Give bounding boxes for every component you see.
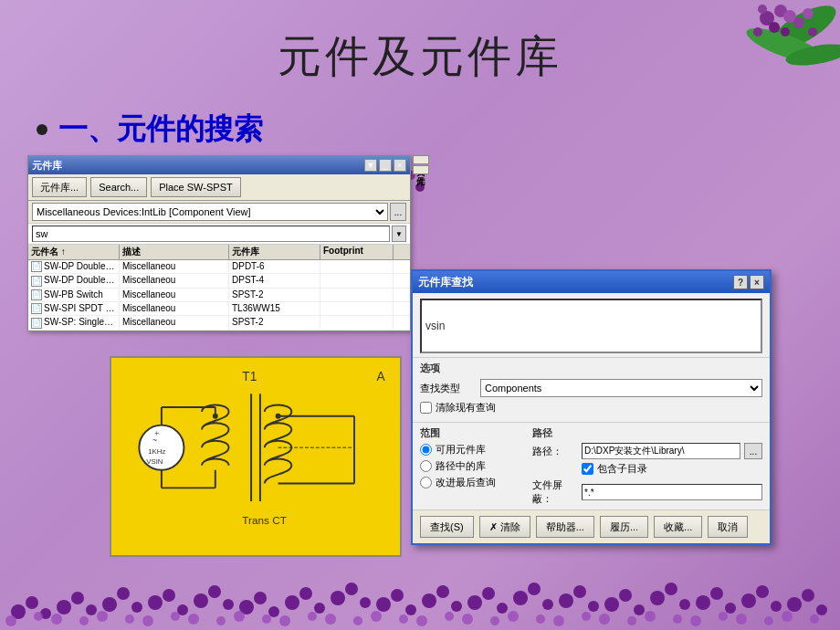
- col-name: 元件名 ↑: [28, 245, 120, 259]
- svg-point-19: [102, 597, 117, 612]
- cell-lib: SPST-2: [229, 316, 320, 329]
- cell-desc: Miscellaneou: [120, 302, 229, 315]
- svg-point-32: [299, 587, 312, 600]
- search-arrow-btn[interactable]: ▼: [392, 226, 406, 242]
- component-search-input[interactable]: [32, 226, 390, 242]
- dialog-scope: 范围 可用元件库 路径中的库 改进最后查询 路径 路径： ...: [413, 422, 770, 509]
- cell-lib: SPST-2: [229, 289, 320, 301]
- svg-point-98: [719, 612, 728, 621]
- dialog-options: 选项 查找类型 Components 清除现有查询: [413, 357, 770, 422]
- panel-pin-btn[interactable]: ▼: [364, 159, 377, 172]
- svg-point-40: [422, 593, 436, 608]
- table-row[interactable]: 📄SW-DP Double-Pole, Single-Throv Miscell…: [28, 274, 410, 288]
- search-row: ▼: [28, 224, 410, 245]
- svg-text:A: A: [377, 370, 386, 383]
- col-desc: 描述: [120, 245, 229, 259]
- svg-point-11: [758, 5, 767, 14]
- lib-dots-btn[interactable]: ...: [390, 203, 406, 221]
- svg-point-97: [690, 615, 701, 626]
- svg-point-95: [645, 611, 656, 622]
- svg-point-81: [325, 614, 336, 625]
- radio-available-input[interactable]: [420, 444, 432, 456]
- svg-point-33: [314, 603, 325, 614]
- svg-point-22: [148, 595, 163, 610]
- cell-fp: [320, 316, 394, 329]
- svg-point-66: [816, 604, 827, 615]
- dialog-search-input[interactable]: [420, 299, 762, 353]
- svg-point-56: [665, 583, 677, 595]
- radio-available: 可用元件库: [420, 443, 496, 457]
- svg-point-93: [599, 614, 610, 625]
- cell-fp: [320, 289, 394, 301]
- svg-point-122: [213, 414, 218, 419]
- component-table: 📄SW-DP Double-Pole, Double-Thro Miscella…: [28, 260, 410, 331]
- scope-column: 范围 可用元件库 路径中的库 改进最后查询: [420, 426, 496, 506]
- panel-close-btn[interactable]: ×: [394, 159, 406, 172]
- dialog-titlebar: 元件库查找 ? ×: [413, 271, 770, 293]
- radio-path-input[interactable]: [420, 460, 432, 472]
- svg-point-42: [451, 601, 462, 612]
- path-browse-btn[interactable]: ...: [744, 443, 762, 459]
- cell-lib: DPST-4: [229, 274, 320, 287]
- radio-available-label: 可用元件库: [436, 443, 486, 457]
- file-mask-label: 文件屏蔽：: [532, 478, 578, 506]
- svg-point-65: [802, 589, 814, 602]
- comp-lib-panel: 元件库 ▼ _ × 元件库... Search... Place SW-SPST…: [27, 155, 411, 331]
- table-row[interactable]: 📄SW-DP Double-Pole, Double-Thro Miscella…: [28, 260, 410, 274]
- bullet-text: 一、元件的搜索: [58, 110, 263, 150]
- dialog-search-area: [413, 293, 770, 357]
- dialog-title-controls: ? ×: [733, 275, 764, 289]
- svg-point-51: [588, 601, 599, 612]
- svg-point-75: [188, 614, 199, 625]
- clear-checkbox[interactable]: [420, 402, 432, 414]
- favorites-button[interactable]: 收藏...: [654, 516, 702, 538]
- path-title: 路径: [532, 426, 762, 440]
- svg-point-44: [482, 587, 495, 600]
- path-input[interactable]: [582, 443, 740, 459]
- svg-text:VSIN: VSIN: [146, 457, 163, 466]
- svg-point-25: [194, 593, 208, 608]
- path-label: 路径：: [532, 445, 578, 458]
- table-row[interactable]: 📄SW-SP: Single-Pole, Single-Throw Miscel…: [28, 316, 410, 330]
- place-button[interactable]: Place SW-SPST: [151, 177, 241, 197]
- cell-name: 📄SW-SPI SPDT Subminiature Toggl: [28, 302, 120, 315]
- svg-point-67: [5, 615, 16, 626]
- dialog-help-btn[interactable]: ?: [733, 275, 748, 289]
- side-buttons: 归类 元件库: [413, 155, 429, 174]
- search-button[interactable]: Search...: [90, 177, 147, 197]
- query-type-dropdown[interactable]: Components: [480, 379, 762, 397]
- history-button[interactable]: 履历...: [600, 516, 648, 538]
- svg-point-72: [125, 614, 134, 624]
- svg-point-78: [262, 614, 271, 624]
- svg-point-94: [627, 616, 636, 625]
- path-column: 路径 路径： ... 包含子目录 文件屏蔽：: [532, 426, 762, 506]
- svg-point-27: [223, 599, 234, 610]
- col-fp: Footprint: [320, 245, 394, 259]
- cancel-button[interactable]: 取消: [708, 516, 748, 538]
- page-title: 元件及元件库: [0, 27, 840, 86]
- table-row[interactable]: 📄SW-PB Switch Miscellaneou SPST-2: [28, 289, 410, 302]
- side-btn-guilei[interactable]: 归类: [413, 155, 429, 164]
- lib-dropdown-row: Miscellaneous Devices:IntLib [Component …: [28, 201, 410, 224]
- radio-refine-input[interactable]: [420, 477, 432, 488]
- comp-lib-button[interactable]: 元件库...: [32, 177, 87, 197]
- subdirs-checkbox[interactable]: [582, 463, 593, 475]
- dialog-close-btn[interactable]: ×: [750, 275, 764, 289]
- svg-point-34: [331, 591, 345, 605]
- svg-point-68: [34, 612, 43, 621]
- table-row[interactable]: 📄SW-SPI SPDT Subminiature Toggl Miscella…: [28, 302, 410, 316]
- svg-point-49: [559, 593, 573, 608]
- options-title: 选项: [420, 362, 762, 375]
- file-mask-input[interactable]: [582, 484, 762, 500]
- lib-dropdown[interactable]: Miscellaneous Devices:IntLib [Component …: [32, 203, 388, 221]
- side-btn-yuanjianshu[interactable]: 元件库: [413, 165, 429, 174]
- cell-lib: DPDT-6: [229, 260, 320, 273]
- panel-minimize-btn[interactable]: _: [379, 159, 392, 172]
- clear-checkbox-row: 清除现有查询: [420, 401, 762, 415]
- helper-button[interactable]: 帮助器...: [536, 516, 594, 538]
- find-button[interactable]: 查找(S): [420, 516, 474, 538]
- svg-point-62: [756, 585, 769, 598]
- svg-point-77: [234, 611, 245, 622]
- clear-button[interactable]: ✗ 清除: [479, 516, 530, 538]
- subdirs-label: 包含子目录: [597, 462, 647, 476]
